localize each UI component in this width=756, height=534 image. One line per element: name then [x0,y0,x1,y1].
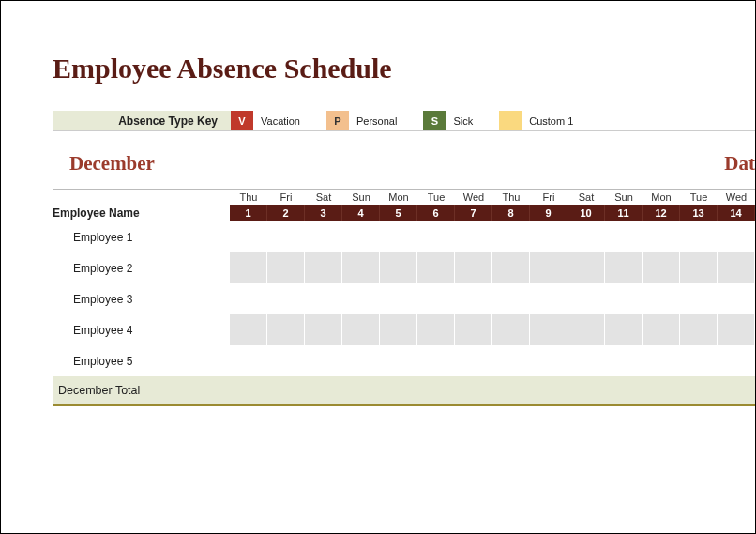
absence-cell[interactable] [605,314,643,345]
total-cell [643,376,680,404]
absence-cell[interactable] [305,252,342,283]
absence-cell[interactable] [718,221,755,252]
absence-cell[interactable] [492,345,530,376]
absence-cell[interactable] [455,283,492,314]
absence-cell[interactable] [230,283,267,314]
absence-cell[interactable] [417,314,455,345]
absence-cell[interactable] [342,221,380,252]
employee-cells [230,345,755,376]
absence-cell[interactable] [380,283,417,314]
absence-cell[interactable] [305,314,342,345]
absence-cell[interactable] [230,221,267,252]
absence-cell[interactable] [455,345,492,376]
absence-cell[interactable] [455,252,492,283]
total-cell [680,376,718,404]
absence-cell[interactable] [643,283,680,314]
absence-cell[interactable] [380,314,417,345]
absence-cell[interactable] [680,221,718,252]
absence-cell[interactable] [492,252,530,283]
absence-cell[interactable] [455,221,492,252]
absence-cell[interactable] [567,345,605,376]
legend-key-label: Absence Type Key [53,111,231,130]
absence-cell[interactable] [530,345,567,376]
day-header: Tue6 [417,190,455,221]
absence-cell[interactable] [342,345,380,376]
day-header: Sun11 [605,190,643,221]
absence-cell[interactable] [492,314,530,345]
absence-cell[interactable] [680,314,718,345]
absence-cell[interactable] [680,252,718,283]
employee-rows: Employee 1Employee 2Employee 3Employee 4… [53,221,755,376]
month-total-cells [230,376,755,404]
legend-text: Personal [356,115,397,127]
absence-cell[interactable] [605,283,643,314]
absence-cell[interactable] [230,252,267,283]
absence-cell[interactable] [605,345,643,376]
absence-cell[interactable] [530,252,567,283]
absence-cell[interactable] [530,314,567,345]
day-of-week: Fri [530,190,567,205]
absence-cell[interactable] [605,252,643,283]
absence-cell[interactable] [230,345,267,376]
absence-cell[interactable] [718,252,755,283]
absence-cell[interactable] [680,283,718,314]
absence-cell[interactable] [267,314,305,345]
absence-cell[interactable] [492,221,530,252]
employee-name-header: Employee Name [53,190,230,221]
employee-cells [230,314,755,345]
day-header: Tue13 [680,190,718,221]
day-of-week: Sun [605,190,643,205]
employee-row: Employee 1 [53,221,755,252]
absence-cell[interactable] [342,314,380,345]
day-number: 13 [680,205,718,221]
employee-cells [230,283,755,314]
day-header: Wed14 [718,190,755,221]
absence-cell[interactable] [530,283,567,314]
absence-cell[interactable] [718,314,755,345]
absence-cell[interactable] [567,221,605,252]
day-number: 6 [417,205,455,221]
day-of-week: Wed [455,190,492,205]
page-container: Employee Absence Schedule Absence Type K… [0,0,756,534]
legend-text: Custom 1 [529,115,573,127]
legend-items: VVacationPPersonalSSickCustom 1 [231,111,599,130]
absence-cell[interactable] [417,345,455,376]
absence-cell[interactable] [718,345,755,376]
absence-cell[interactable] [380,252,417,283]
absence-cell[interactable] [567,252,605,283]
absence-cell[interactable] [305,283,342,314]
absence-cell[interactable] [643,314,680,345]
absence-cell[interactable] [342,283,380,314]
absence-cell[interactable] [267,252,305,283]
absence-cell[interactable] [567,314,605,345]
absence-cell[interactable] [605,221,643,252]
absence-cell[interactable] [492,283,530,314]
absence-cell[interactable] [267,221,305,252]
month-header-row: December Dat [53,143,755,190]
total-cell [267,376,305,404]
absence-cell[interactable] [643,345,680,376]
schedule-table: December Dat Employee Name Thu1Fri2Sat3S… [53,143,755,406]
day-number: 9 [530,205,567,221]
total-cell [305,376,342,404]
absence-cell[interactable] [230,314,267,345]
absence-cell[interactable] [267,345,305,376]
absence-cell[interactable] [455,314,492,345]
absence-cell[interactable] [417,283,455,314]
absence-cell[interactable] [643,221,680,252]
page-title: Employee Absence Schedule [53,53,755,84]
absence-cell[interactable] [417,221,455,252]
absence-cell[interactable] [380,345,417,376]
absence-cell[interactable] [267,283,305,314]
absence-cell[interactable] [305,345,342,376]
absence-cell[interactable] [342,252,380,283]
absence-cell[interactable] [305,221,342,252]
absence-cell[interactable] [718,283,755,314]
absence-cell[interactable] [530,221,567,252]
day-of-week: Sat [567,190,605,205]
absence-cell[interactable] [567,283,605,314]
absence-cell[interactable] [680,345,718,376]
absence-cell[interactable] [380,221,417,252]
absence-cell[interactable] [643,252,680,283]
absence-cell[interactable] [417,252,455,283]
